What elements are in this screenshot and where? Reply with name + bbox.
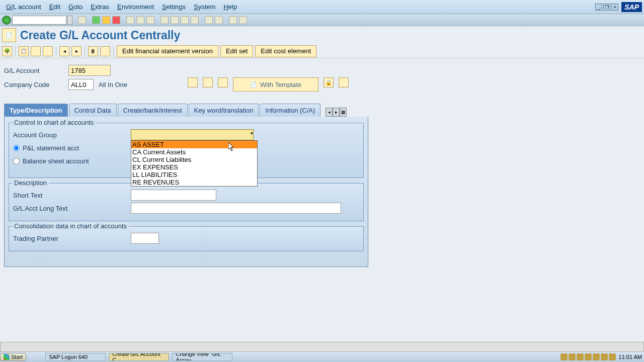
- dropdown-icon[interactable]: ▾: [251, 131, 256, 139]
- menu-goto[interactable]: Goto: [64, 2, 87, 12]
- back-icon[interactable]: [92, 16, 100, 24]
- menu-gl-account[interactable]: G/L account: [2, 2, 45, 12]
- start-button[interactable]: Start: [0, 353, 26, 361]
- hierarchy-icon[interactable]: 📋: [19, 46, 29, 56]
- dropdown-option[interactable]: AS ASSET: [131, 141, 257, 148]
- status-bar: [0, 342, 644, 352]
- layout-icon[interactable]: [239, 16, 247, 24]
- menu-edit[interactable]: Edit: [45, 2, 64, 12]
- check-icon[interactable]: [100, 46, 110, 56]
- company-code-input[interactable]: [68, 79, 94, 90]
- tray-icon[interactable]: [577, 353, 584, 360]
- dropdown-option[interactable]: RE REVENUES: [131, 178, 257, 186]
- dropdown-option[interactable]: EX EXPENSES: [131, 163, 257, 171]
- application-toolbar: 🌳 📋 ◂ ▸ 🗑 Edit financial statement versi…: [0, 44, 644, 58]
- standard-toolbar: [0, 14, 644, 26]
- menu-settings[interactable]: Settings: [158, 2, 190, 12]
- pl-statement-radio[interactable]: [13, 145, 20, 151]
- last-page-icon[interactable]: [191, 16, 199, 24]
- close-icon[interactable]: ×: [611, 4, 618, 11]
- shortcut-icon[interactable]: [215, 16, 223, 24]
- new-session-icon[interactable]: [205, 16, 213, 24]
- find-next-icon[interactable]: [146, 16, 154, 24]
- edit-fin-statement-button[interactable]: Edit financial statement version: [117, 45, 218, 57]
- taskbar-item[interactable]: Change View "G/L Accou...: [172, 353, 232, 361]
- restore-icon[interactable]: ❐: [603, 4, 610, 11]
- quicklaunch-icon[interactable]: [28, 353, 35, 360]
- start-label: Start: [11, 354, 23, 360]
- command-field[interactable]: [12, 16, 66, 25]
- other-icon[interactable]: [339, 77, 349, 87]
- tab-type-description[interactable]: Type/Description: [4, 104, 68, 117]
- short-text-input[interactable]: [131, 190, 216, 201]
- print-icon[interactable]: [126, 16, 134, 24]
- delete-icon[interactable]: 🗑: [88, 46, 98, 56]
- menu-bar: G/L account Edit Goto Extras Environment…: [0, 0, 644, 14]
- change-icon[interactable]: [203, 77, 213, 87]
- minimize-icon[interactable]: _: [595, 4, 602, 11]
- long-text-input[interactable]: [131, 203, 341, 214]
- tab-scroll-right-icon[interactable]: ▸: [333, 108, 340, 117]
- dropdown-option[interactable]: CL Current Liabilites: [131, 156, 257, 163]
- edit-set-button[interactable]: Edit set: [220, 45, 253, 57]
- cancel-icon[interactable]: [112, 16, 120, 24]
- long-text-label: G/L Acct Long Text: [13, 205, 131, 212]
- menu-help[interactable]: Help: [219, 2, 241, 12]
- next-page-icon[interactable]: [181, 16, 189, 24]
- tab-scroll-left-icon[interactable]: ◂: [326, 108, 333, 117]
- title-bar: 📄 Create G/L Account Centrally: [0, 26, 644, 44]
- arrow-left-icon[interactable]: ◂: [59, 46, 69, 56]
- help-icon[interactable]: [229, 16, 237, 24]
- exit-icon[interactable]: [102, 16, 110, 24]
- tray-icon[interactable]: [569, 353, 576, 360]
- taskbar-item[interactable]: Create G/L Account C...: [109, 353, 169, 361]
- dropdown-option[interactable]: CA Current Assets: [131, 148, 257, 156]
- company-code-desc: All In One: [99, 81, 127, 88]
- tab-control-data[interactable]: Control Data: [69, 104, 117, 117]
- menu-environment[interactable]: Environment: [113, 2, 158, 12]
- enter-icon[interactable]: [2, 16, 11, 25]
- group-title-description: Description: [12, 179, 49, 187]
- arrow-right-icon[interactable]: ▸: [71, 46, 82, 56]
- lock-icon[interactable]: 🔒: [324, 77, 334, 87]
- tray-icon[interactable]: [560, 353, 568, 360]
- tree-icon[interactable]: 🌳: [2, 46, 12, 56]
- company-code-label: Company Code: [4, 81, 68, 88]
- dropdown-option[interactable]: LL LIABILITIES: [131, 171, 257, 178]
- account-group-input[interactable]: [131, 129, 254, 140]
- prev-page-icon[interactable]: [171, 16, 179, 24]
- tab-content: Control in chart of accounts Account Gro…: [4, 117, 368, 267]
- windows-icon: [4, 354, 10, 360]
- save-icon[interactable]: [78, 16, 86, 24]
- tab-keyword-translation[interactable]: Key word/translation: [189, 104, 259, 117]
- with-template-button[interactable]: 📄 With Template: [233, 77, 318, 92]
- menu-extras[interactable]: Extras: [87, 2, 113, 12]
- taskbar-item[interactable]: SAP Logon 640: [45, 353, 106, 361]
- tray-icon[interactable]: [593, 353, 600, 360]
- quicklaunch-icon[interactable]: [35, 353, 42, 360]
- tray-icon[interactable]: [601, 353, 608, 360]
- balance-sheet-radio[interactable]: [13, 158, 20, 164]
- tab-information-ca[interactable]: Information (C/A): [260, 104, 320, 117]
- consolidation-group: Consolidation data in chart of accounts …: [9, 226, 364, 251]
- object-icon[interactable]: 📄: [2, 28, 16, 42]
- command-dropdown-icon[interactable]: [67, 16, 72, 25]
- first-page-icon[interactable]: [160, 16, 169, 24]
- trading-partner-input[interactable]: [131, 233, 159, 244]
- menu-system[interactable]: System: [190, 2, 219, 12]
- nav-icon-2[interactable]: [43, 46, 53, 56]
- tray-icon[interactable]: [585, 353, 592, 360]
- tab-list-icon[interactable]: ▦: [340, 108, 347, 117]
- edit-cost-element-button[interactable]: Edit cost element: [255, 45, 316, 57]
- tab-create-bank-interest[interactable]: Create/bank/interest: [118, 104, 188, 117]
- tray-icon[interactable]: [609, 353, 616, 360]
- display-icon[interactable]: [188, 77, 198, 87]
- balance-sheet-label: Balance sheet account: [23, 157, 89, 165]
- find-icon[interactable]: [136, 16, 144, 24]
- sap-logo: SAP: [621, 2, 642, 12]
- gl-account-input[interactable]: [68, 65, 111, 76]
- page-title: Create G/L Account Centrally: [20, 29, 180, 42]
- nav-icon-1[interactable]: [31, 46, 41, 56]
- account-group-dropdown: AS ASSET CA Current Assets CL Current Li…: [131, 140, 258, 187]
- create-icon[interactable]: [218, 77, 228, 87]
